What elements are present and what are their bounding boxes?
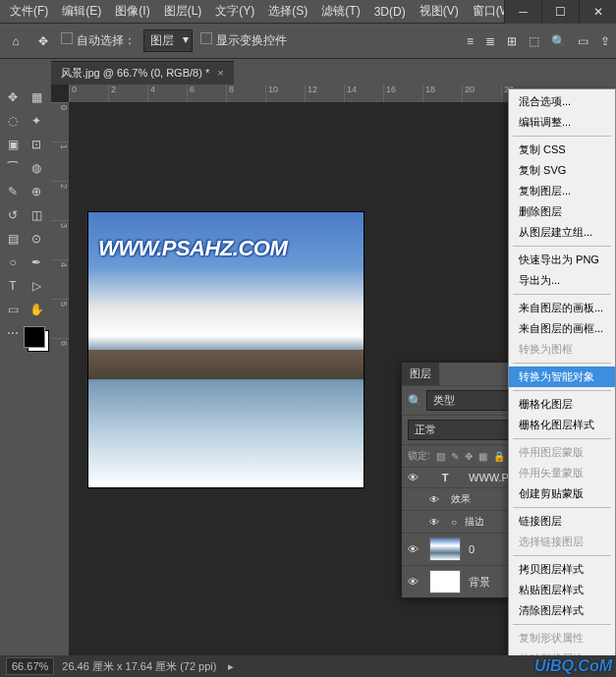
menu-separator (513, 363, 611, 364)
menu-item[interactable]: 图层(L) (158, 1, 208, 22)
close-button[interactable]: ✕ (579, 0, 616, 24)
visibility-icon[interactable]: 👁 (408, 576, 421, 588)
path-tool[interactable]: ▷ (26, 275, 47, 297)
autoselect-label: 自动选择： (77, 33, 136, 47)
ruler-vertical: 0123456 (51, 102, 69, 655)
context-item[interactable]: 复制 SVG (509, 160, 615, 181)
frame-tool[interactable]: ⊡ (26, 134, 47, 155)
status-arrow-icon[interactable]: ▸ (228, 660, 234, 673)
context-item: 选择链接图层 (509, 532, 615, 552)
background-color[interactable] (24, 326, 45, 348)
context-item[interactable]: 删除图层 (509, 201, 615, 222)
brush-tool[interactable]: ✎ (2, 181, 24, 202)
menu-item[interactable]: 视图(V) (414, 1, 465, 22)
maximize-button[interactable]: ☐ (541, 0, 579, 24)
align2-icon[interactable]: ≣ (485, 34, 495, 48)
autoselect-target[interactable]: 图层 (143, 29, 193, 52)
minimize-button[interactable]: ─ (504, 0, 541, 24)
tab-title: 风景.jpg @ 66.7% (0, RGB/8) * (61, 67, 209, 79)
dodge-tool[interactable]: ○ (2, 252, 24, 273)
history-tool[interactable]: ↺ (2, 204, 24, 226)
context-item[interactable]: 导出为... (509, 270, 615, 291)
crop-tool[interactable]: ▣ (2, 134, 24, 155)
blur-tool[interactable]: ⊙ (26, 228, 47, 250)
type-tool[interactable]: T (2, 275, 24, 297)
menu-item[interactable]: 3D(D) (368, 3, 412, 21)
visibility-icon[interactable]: 👁 (408, 543, 421, 555)
menu-separator (513, 438, 611, 439)
filter-icon[interactable]: 🔍 (408, 394, 422, 408)
artboard-tool[interactable]: ▦ (26, 86, 47, 108)
share-icon[interactable]: ⇪ (600, 34, 610, 48)
autoselect-checkbox[interactable] (61, 32, 73, 44)
stamp-tool[interactable]: ⊕ (26, 181, 47, 202)
showtransform-checkbox[interactable] (200, 32, 212, 44)
context-item: 停用图层蒙版 (509, 442, 615, 463)
menu-item[interactable]: 编辑(E) (56, 1, 107, 22)
shape-tool[interactable]: ▭ (2, 299, 24, 320)
visibility-icon[interactable]: 👁 (429, 494, 443, 505)
menu-separator (513, 624, 611, 625)
menu-item[interactable]: 选择(S) (262, 1, 313, 22)
context-item[interactable]: 清除图层样式 (509, 600, 615, 621)
menu-item[interactable]: 图像(I) (109, 1, 155, 22)
context-item[interactable]: 创建剪贴蒙版 (509, 483, 615, 504)
color-swatch[interactable] (26, 328, 47, 350)
lock-paint-icon[interactable]: ✎ (451, 451, 459, 462)
visibility-icon[interactable]: 👁 (408, 472, 421, 483)
eraser-tool[interactable]: ◫ (26, 204, 47, 226)
doc-dims: 26.46 厘米 x 17.64 厘米 (72 ppi) (62, 659, 216, 674)
rect-icon[interactable]: ▭ (578, 34, 588, 48)
context-item[interactable]: 转换为智能对象 (509, 367, 615, 387)
context-item[interactable]: 拷贝图层样式 (509, 559, 615, 580)
brand-watermark: UiBQ.CoM (534, 657, 612, 675)
heal-tool[interactable]: ◍ (26, 157, 47, 179)
context-item[interactable]: 从图层建立组... (509, 222, 615, 243)
move-icon[interactable]: ✥ (33, 31, 53, 51)
search-icon[interactable]: 🔍 (551, 34, 566, 48)
context-item[interactable]: 混合选项... (509, 91, 615, 112)
move-tool[interactable]: ✥ (2, 86, 24, 108)
align-icon[interactable]: ≡ (467, 34, 474, 48)
text-layer-icon: T (429, 472, 461, 483)
context-item: 转换为图框 (509, 339, 615, 360)
distribute-icon[interactable]: ⊞ (507, 34, 517, 48)
context-item[interactable]: 链接图层 (509, 511, 615, 532)
context-item[interactable]: 栅格化图层 (509, 394, 615, 415)
pen-tool[interactable]: ✒ (26, 252, 47, 273)
visibility-icon[interactable]: 👁 (429, 517, 443, 528)
context-item[interactable]: 编辑调整... (509, 112, 615, 133)
canvas-image[interactable]: WWW.PSAHZ.COM (88, 212, 364, 487)
lock-all-icon[interactable]: 🔒 (493, 451, 505, 462)
lasso-tool[interactable]: ◌ (2, 110, 24, 132)
context-item[interactable]: 粘贴图层样式 (509, 580, 615, 600)
home-icon[interactable]: ⌂ (6, 31, 26, 51)
eyedrop-tool[interactable]: ⁀ (2, 157, 24, 179)
lock-nest-icon[interactable]: ▦ (478, 451, 487, 462)
document-tab[interactable]: 风景.jpg @ 66.7% (0, RGB/8) *× (51, 61, 234, 85)
menu-item[interactable]: 文件(F) (4, 1, 54, 22)
layer-name: 描边 (465, 515, 484, 529)
menu-separator (513, 246, 611, 247)
ellipsis-tool[interactable]: ⋯ (2, 322, 24, 344)
context-item[interactable]: 复制 CSS (509, 140, 615, 160)
layer-name: 效果 (451, 492, 471, 506)
wand-tool[interactable]: ✦ (26, 110, 47, 132)
lock-trans-icon[interactable]: ▧ (436, 451, 445, 462)
3d-icon[interactable]: ⬚ (529, 34, 539, 48)
zoom-value[interactable]: 66.67% (6, 657, 54, 675)
context-item[interactable]: 来自图层的画板... (509, 298, 615, 318)
context-item[interactable]: 栅格化图层样式 (509, 415, 615, 435)
context-item[interactable]: 复制图层... (509, 181, 615, 201)
context-item[interactable]: 快速导出为 PNG (509, 250, 615, 270)
context-item: 停用矢量蒙版 (509, 463, 615, 483)
hand-tool[interactable]: ✋ (26, 299, 47, 320)
lock-move-icon[interactable]: ✥ (465, 451, 473, 462)
layers-tab[interactable]: 图层 (402, 363, 439, 385)
tab-close-icon[interactable]: × (217, 67, 223, 79)
menu-item[interactable]: 滤镜(T) (315, 1, 365, 22)
menu-item[interactable]: 文字(Y) (209, 1, 260, 22)
layer-name: 0 (469, 543, 475, 555)
gradient-tool[interactable]: ▤ (2, 228, 24, 250)
context-item[interactable]: 来自图层的画框... (509, 318, 615, 339)
